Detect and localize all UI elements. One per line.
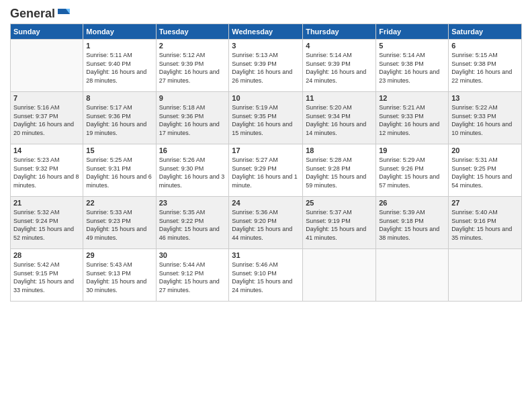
calendar-cell: 5Sunrise: 5:14 AMSunset: 9:38 PMDaylight… xyxy=(376,40,449,92)
day-info: Sunrise: 5:28 AMSunset: 9:28 PMDaylight:… xyxy=(306,156,373,189)
day-info: Sunrise: 5:31 AMSunset: 9:25 PMDaylight:… xyxy=(451,156,519,189)
calendar-cell: 15Sunrise: 5:25 AMSunset: 9:31 PMDayligh… xyxy=(83,144,156,197)
calendar-cell: 6Sunrise: 5:15 AMSunset: 9:38 PMDaylight… xyxy=(449,40,522,92)
day-info: Sunrise: 5:43 AMSunset: 9:13 PMDaylight:… xyxy=(86,261,152,294)
day-number: 24 xyxy=(232,199,300,207)
calendar-cell: 24Sunrise: 5:36 AMSunset: 9:20 PMDayligh… xyxy=(229,197,303,249)
day-number: 16 xyxy=(159,146,226,154)
day-info: Sunrise: 5:36 AMSunset: 9:20 PMDaylight:… xyxy=(232,208,300,242)
calendar-cell: 16Sunrise: 5:26 AMSunset: 9:30 PMDayligh… xyxy=(156,144,229,197)
day-number: 17 xyxy=(232,146,300,154)
day-info: Sunrise: 5:27 AMSunset: 9:29 PMDaylight:… xyxy=(232,156,300,189)
day-info: Sunrise: 5:14 AMSunset: 9:39 PMDaylight:… xyxy=(306,51,373,85)
calendar-cell: 27Sunrise: 5:40 AMSunset: 9:16 PMDayligh… xyxy=(449,197,522,249)
day-info: Sunrise: 5:17 AMSunset: 9:36 PMDaylight:… xyxy=(86,103,152,137)
col-header-sunday: Sunday xyxy=(11,24,83,40)
day-number: 14 xyxy=(13,146,80,154)
day-number: 10 xyxy=(232,94,300,102)
day-info: Sunrise: 5:40 AMSunset: 9:16 PMDaylight:… xyxy=(451,208,519,242)
day-info: Sunrise: 5:39 AMSunset: 9:18 PMDaylight:… xyxy=(379,208,445,242)
calendar-table: SundayMondayTuesdayWednesdayThursdayFrid… xyxy=(10,24,522,302)
calendar-cell: 10Sunrise: 5:19 AMSunset: 9:35 PMDayligh… xyxy=(229,92,303,144)
col-header-saturday: Saturday xyxy=(449,24,522,40)
day-number: 2 xyxy=(159,42,226,50)
calendar-cell: 8Sunrise: 5:17 AMSunset: 9:36 PMDaylight… xyxy=(83,92,156,144)
day-number: 15 xyxy=(86,146,152,154)
day-number: 21 xyxy=(13,199,80,207)
calendar-cell xyxy=(376,249,449,302)
day-info: Sunrise: 5:37 AMSunset: 9:19 PMDaylight:… xyxy=(306,208,373,242)
logo: General xyxy=(10,7,71,18)
day-info: Sunrise: 5:35 AMSunset: 9:22 PMDaylight:… xyxy=(159,208,226,242)
calendar-cell: 19Sunrise: 5:29 AMSunset: 9:26 PMDayligh… xyxy=(376,144,449,197)
day-number: 18 xyxy=(306,146,373,154)
calendar-cell: 3Sunrise: 5:13 AMSunset: 9:39 PMDaylight… xyxy=(229,40,303,92)
calendar-cell: 1Sunrise: 5:11 AMSunset: 9:40 PMDaylight… xyxy=(83,40,156,92)
calendar-cell: 18Sunrise: 5:28 AMSunset: 9:28 PMDayligh… xyxy=(303,144,376,197)
day-number: 12 xyxy=(379,94,445,102)
day-info: Sunrise: 5:21 AMSunset: 9:33 PMDaylight:… xyxy=(379,103,445,137)
calendar-cell xyxy=(11,40,83,92)
calendar-cell: 17Sunrise: 5:27 AMSunset: 9:29 PMDayligh… xyxy=(229,144,303,197)
day-number: 1 xyxy=(86,42,152,50)
calendar-cell xyxy=(303,249,376,302)
day-number: 27 xyxy=(451,199,519,207)
day-number: 30 xyxy=(159,251,226,259)
day-number: 19 xyxy=(379,146,445,154)
calendar-week-row: 21Sunrise: 5:32 AMSunset: 9:24 PMDayligh… xyxy=(11,197,522,249)
day-number: 25 xyxy=(306,199,373,207)
header: General xyxy=(10,7,522,18)
day-number: 23 xyxy=(159,199,226,207)
calendar-cell: 11Sunrise: 5:20 AMSunset: 9:34 PMDayligh… xyxy=(303,92,376,144)
day-number: 26 xyxy=(379,199,445,207)
day-info: Sunrise: 5:20 AMSunset: 9:34 PMDaylight:… xyxy=(306,103,373,137)
calendar-cell: 31Sunrise: 5:46 AMSunset: 9:10 PMDayligh… xyxy=(229,249,303,302)
day-number: 22 xyxy=(86,199,152,207)
day-number: 6 xyxy=(451,42,519,50)
day-number: 5 xyxy=(379,42,445,50)
day-number: 3 xyxy=(232,42,300,50)
day-info: Sunrise: 5:23 AMSunset: 9:32 PMDaylight:… xyxy=(13,156,80,189)
day-info: Sunrise: 5:32 AMSunset: 9:24 PMDaylight:… xyxy=(13,208,80,242)
day-info: Sunrise: 5:44 AMSunset: 9:12 PMDaylight:… xyxy=(159,261,226,294)
page: General SundayMondayTuesdayWednesdayThur… xyxy=(0,0,532,411)
day-number: 31 xyxy=(232,251,300,259)
calendar-cell: 13Sunrise: 5:22 AMSunset: 9:33 PMDayligh… xyxy=(449,92,522,144)
day-info: Sunrise: 5:42 AMSunset: 9:15 PMDaylight:… xyxy=(13,261,80,294)
calendar-cell: 14Sunrise: 5:23 AMSunset: 9:32 PMDayligh… xyxy=(11,144,83,197)
calendar-cell xyxy=(449,249,522,302)
calendar-cell: 22Sunrise: 5:33 AMSunset: 9:23 PMDayligh… xyxy=(83,197,156,249)
day-info: Sunrise: 5:18 AMSunset: 9:36 PMDaylight:… xyxy=(159,103,226,137)
day-number: 20 xyxy=(451,146,519,154)
calendar-cell: 2Sunrise: 5:12 AMSunset: 9:39 PMDaylight… xyxy=(156,40,229,92)
calendar-cell: 29Sunrise: 5:43 AMSunset: 9:13 PMDayligh… xyxy=(83,249,156,302)
calendar-cell: 25Sunrise: 5:37 AMSunset: 9:19 PMDayligh… xyxy=(303,197,376,249)
col-header-thursday: Thursday xyxy=(303,24,376,40)
calendar-cell: 23Sunrise: 5:35 AMSunset: 9:22 PMDayligh… xyxy=(156,197,229,249)
day-number: 9 xyxy=(159,94,226,102)
day-number: 7 xyxy=(13,94,80,102)
day-info: Sunrise: 5:33 AMSunset: 9:23 PMDaylight:… xyxy=(86,208,152,242)
day-info: Sunrise: 5:22 AMSunset: 9:33 PMDaylight:… xyxy=(451,103,519,137)
calendar-cell: 21Sunrise: 5:32 AMSunset: 9:24 PMDayligh… xyxy=(11,197,83,249)
day-info: Sunrise: 5:25 AMSunset: 9:31 PMDaylight:… xyxy=(86,156,152,189)
day-number: 8 xyxy=(86,94,152,102)
col-header-wednesday: Wednesday xyxy=(229,24,303,40)
day-number: 29 xyxy=(86,251,152,259)
calendar-cell: 9Sunrise: 5:18 AMSunset: 9:36 PMDaylight… xyxy=(156,92,229,144)
day-info: Sunrise: 5:16 AMSunset: 9:37 PMDaylight:… xyxy=(13,103,80,137)
day-info: Sunrise: 5:14 AMSunset: 9:38 PMDaylight:… xyxy=(379,51,445,85)
day-info: Sunrise: 5:12 AMSunset: 9:39 PMDaylight:… xyxy=(159,51,226,85)
logo-general: General xyxy=(10,7,55,21)
day-number: 11 xyxy=(306,94,373,102)
day-info: Sunrise: 5:46 AMSunset: 9:10 PMDaylight:… xyxy=(232,261,300,294)
calendar-cell: 7Sunrise: 5:16 AMSunset: 9:37 PMDaylight… xyxy=(11,92,83,144)
col-header-tuesday: Tuesday xyxy=(156,24,229,40)
day-info: Sunrise: 5:26 AMSunset: 9:30 PMDaylight:… xyxy=(159,156,226,189)
day-info: Sunrise: 5:19 AMSunset: 9:35 PMDaylight:… xyxy=(232,103,300,137)
calendar-cell: 26Sunrise: 5:39 AMSunset: 9:18 PMDayligh… xyxy=(376,197,449,249)
col-header-monday: Monday xyxy=(83,24,156,40)
day-info: Sunrise: 5:11 AMSunset: 9:40 PMDaylight:… xyxy=(86,51,152,85)
calendar-week-row: 14Sunrise: 5:23 AMSunset: 9:32 PMDayligh… xyxy=(11,144,522,197)
col-header-friday: Friday xyxy=(376,24,449,40)
